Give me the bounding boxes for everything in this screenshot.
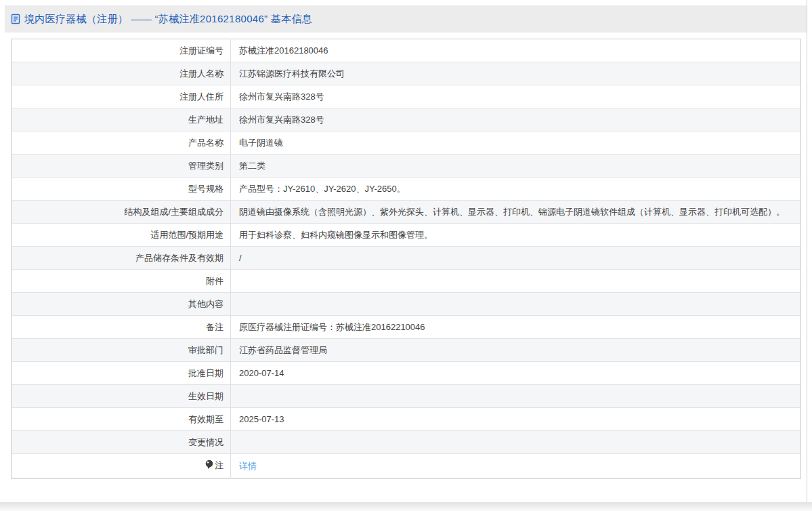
page-title-bar: 境内医疗器械（注册） —— “苏械注准20162180046” 基本信息 — [5, 5, 807, 33]
row-label: 注册证编号 — [12, 39, 231, 62]
table-row: 注册人名称江苏锦源医疗科技有限公司 — [12, 62, 801, 85]
row-label: 产品储存条件及有效期 — [12, 247, 231, 270]
table-row: 型号规格产品型号：JY-2610、JY-2620、JY-2650。 — [12, 178, 801, 201]
row-label: 型号规格 — [12, 178, 231, 201]
row-value: 2025-07-13 — [231, 408, 801, 431]
row-label: 生效日期 — [12, 385, 231, 408]
row-label: 变更情况 — [12, 431, 231, 454]
row-label: 结构及组成/主要组成成分 — [12, 201, 231, 224]
row-label: 审批部门 — [12, 339, 231, 362]
row-value: 详情 — [231, 454, 801, 478]
registration-table-body: 注册证编号苏械注准20162180046注册人名称江苏锦源医疗科技有限公司注册人… — [12, 39, 801, 478]
row-value: 江苏省药品监督管理局 — [231, 339, 801, 362]
row-value: 产品型号：JY-2610、JY-2620、JY-2650。 — [231, 178, 801, 201]
table-row: 批准日期2020-07-14 — [12, 362, 801, 385]
row-value: 电子阴道镜 — [231, 131, 801, 155]
table-row: 注册证编号苏械注准20162180046 — [12, 39, 801, 62]
row-label: 注 — [12, 454, 231, 478]
row-label: 生产地址 — [12, 108, 231, 131]
row-label: 产品名称 — [12, 131, 231, 155]
row-value — [231, 270, 801, 293]
table-row: 附件 — [12, 270, 801, 293]
page-footer-strip — [0, 502, 812, 511]
row-label: 注册人名称 — [12, 62, 231, 85]
row-value: 徐州市复兴南路328号 — [231, 85, 801, 108]
row-value — [231, 385, 801, 408]
row-label: 备注 — [12, 316, 231, 339]
row-label: 批准日期 — [12, 362, 231, 385]
table-row: 有效期至2025-07-13 — [12, 408, 801, 431]
table-row: 变更情况 — [12, 431, 801, 454]
detail-link[interactable]: 详情 — [239, 461, 257, 471]
content-card: 境内医疗器械（注册） —— “苏械注准20162180046” 基本信息 注册证… — [5, 0, 807, 502]
row-label: 其他内容 — [12, 293, 231, 316]
row-label: 有效期至 — [12, 408, 231, 431]
row-label: 注册人住所 — [12, 85, 231, 108]
row-value: 2020-07-14 — [231, 362, 801, 385]
row-label: 适用范围/预期用途 — [12, 224, 231, 247]
row-value: 江苏锦源医疗科技有限公司 — [231, 62, 801, 85]
table-row: 生产地址徐州市复兴南路328号 — [12, 108, 801, 131]
row-value: 用于妇科诊察、妇科内窥镜图像显示和图像管理。 — [231, 224, 801, 247]
table-row: 注详情 — [12, 454, 801, 478]
table-row: 备注原医疗器械注册证编号：苏械注准20162210046 — [12, 316, 801, 339]
row-value — [231, 431, 801, 454]
row-value — [231, 293, 801, 316]
table-row: 管理类别第二类 — [12, 155, 801, 178]
balloon-note-icon — [205, 459, 213, 474]
row-value: 苏械注准20162180046 — [231, 39, 801, 62]
row-value: 阴道镜由摄像系统（含照明光源）、紫外光探头、计算机、显示器、打印机、锦源电子阴道… — [231, 201, 801, 224]
document-icon — [11, 14, 20, 24]
row-value: 徐州市复兴南路328号 — [231, 108, 801, 131]
row-value: / — [231, 247, 801, 270]
row-label: 附件 — [12, 270, 231, 293]
table-row: 适用范围/预期用途用于妇科诊察、妇科内窥镜图像显示和图像管理。 — [12, 224, 801, 247]
table-row: 结构及组成/主要组成成分阴道镜由摄像系统（含照明光源）、紫外光探头、计算机、显示… — [12, 201, 801, 224]
table-row: 注册人住所徐州市复兴南路328号 — [12, 85, 801, 108]
table-row: 生效日期 — [12, 385, 801, 408]
table-row: 其他内容 — [12, 293, 801, 316]
row-value: 原医疗器械注册证编号：苏械注准20162210046 — [231, 316, 801, 339]
table-row: 产品名称电子阴道镜 — [12, 131, 801, 155]
row-label: 管理类别 — [12, 155, 231, 178]
row-value: 第二类 — [231, 155, 801, 178]
table-row: 产品储存条件及有效期/ — [12, 247, 801, 270]
table-row: 审批部门江苏省药品监督管理局 — [12, 339, 801, 362]
page-title: 境内医疗器械（注册） —— “苏械注准20162180046” 基本信息 — [24, 13, 312, 26]
registration-info-table: 注册证编号苏械注准20162180046注册人名称江苏锦源医疗科技有限公司注册人… — [11, 39, 801, 478]
